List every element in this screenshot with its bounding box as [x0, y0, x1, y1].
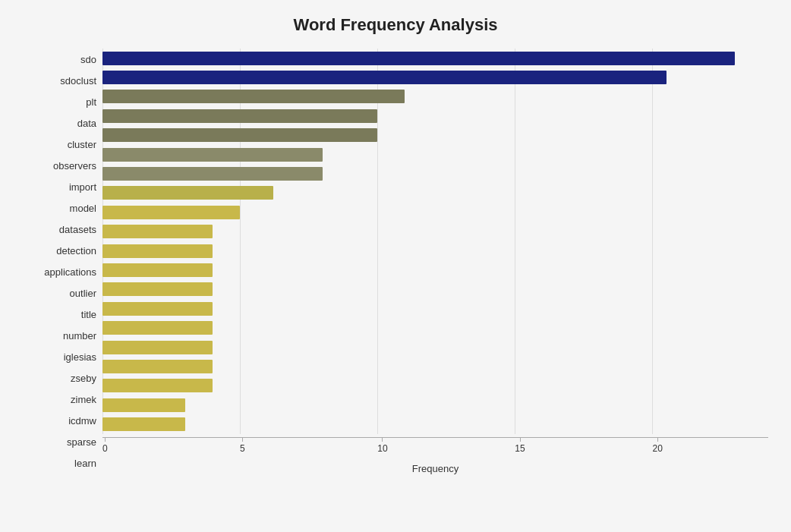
x-tick: 5	[240, 438, 245, 454]
bar-row	[102, 108, 768, 124]
plot-area: 05101520 Frequency	[102, 49, 768, 474]
bar	[102, 321, 213, 335]
bar-row	[102, 127, 768, 143]
bar-row	[102, 416, 768, 433]
x-axis: 05101520	[102, 437, 768, 460]
bar	[102, 417, 185, 431]
bar	[102, 52, 735, 65]
y-label: applications	[44, 267, 96, 277]
bar	[102, 263, 213, 277]
x-tick-label: 15	[515, 443, 525, 454]
y-label: zimek	[71, 395, 96, 405]
grid-lines	[102, 49, 768, 434]
grid-line	[515, 49, 515, 434]
chart-title: Word Frequency Analysis	[23, 15, 768, 35]
y-label: import	[69, 182, 96, 192]
y-label: zseby	[71, 373, 96, 383]
bar-row	[102, 281, 768, 297]
bar	[102, 167, 323, 181]
bar	[102, 148, 323, 162]
bar	[102, 186, 273, 200]
bar-row	[102, 204, 768, 221]
bar-row	[102, 377, 768, 394]
bar	[102, 360, 213, 373]
bar-row	[102, 262, 768, 279]
bar	[102, 302, 213, 316]
grid-line	[652, 49, 653, 434]
bar	[102, 341, 213, 354]
bar	[102, 379, 213, 392]
x-tick-label: 10	[377, 443, 387, 454]
x-tick: 10	[377, 438, 387, 454]
bar-row	[102, 223, 768, 240]
y-label: datasets	[59, 225, 96, 235]
y-label: number	[63, 331, 96, 341]
x-tick-line	[242, 438, 243, 442]
y-label: iglesias	[64, 352, 96, 362]
y-label: cluster	[68, 140, 96, 150]
x-tick: 15	[515, 438, 525, 454]
y-label: sparse	[67, 437, 96, 447]
chart-container: Word Frequency Analysis sdosdoclustpltda…	[0, 0, 791, 532]
bar-row	[102, 184, 768, 201]
x-tick-line	[520, 438, 521, 442]
bar-row	[102, 339, 768, 356]
x-tick-line	[382, 438, 383, 442]
y-labels: sdosdoclustpltdataclusterobserversimport…	[23, 49, 102, 474]
bar	[102, 90, 405, 103]
chart-area: sdosdoclustpltdataclusterobserversimport…	[23, 49, 768, 474]
bar	[102, 206, 240, 219]
bar-row	[102, 320, 768, 336]
y-label: data	[77, 118, 96, 128]
bar	[102, 244, 213, 258]
bar-row	[102, 146, 768, 163]
grid-line	[102, 49, 103, 434]
y-label: sdo	[80, 55, 96, 65]
bar-row	[102, 243, 768, 260]
bars-area	[102, 49, 768, 434]
bar-row	[102, 88, 768, 105]
x-tick-label: 0	[102, 443, 108, 454]
x-tick-line	[105, 438, 106, 442]
bar-row	[102, 397, 768, 414]
x-tick: 0	[102, 438, 108, 454]
bar-row	[102, 358, 768, 375]
bar	[102, 109, 377, 123]
y-label: icdmw	[68, 416, 96, 426]
y-label: outlier	[70, 288, 96, 298]
y-label: detection	[56, 246, 96, 256]
bar	[102, 71, 667, 84]
bar-row	[102, 165, 768, 182]
bar-row	[102, 50, 768, 67]
y-label: plt	[86, 97, 96, 107]
bar	[102, 128, 377, 142]
x-tick: 20	[652, 438, 662, 454]
bar	[102, 225, 213, 238]
x-tick-label: 20	[652, 443, 662, 454]
y-label: title	[81, 310, 96, 320]
grid-line	[240, 49, 241, 434]
y-label: model	[70, 203, 96, 213]
bar	[102, 398, 185, 412]
bar	[102, 282, 213, 296]
x-axis-label: Frequency	[102, 463, 768, 474]
y-label: learn	[74, 458, 96, 468]
y-label: sdoclust	[60, 76, 96, 86]
x-tick-line	[657, 438, 658, 442]
grid-line	[377, 49, 378, 434]
x-tick-label: 5	[240, 443, 245, 454]
bar-row	[102, 301, 768, 317]
bar-row	[102, 69, 768, 86]
y-label: observers	[53, 161, 96, 171]
